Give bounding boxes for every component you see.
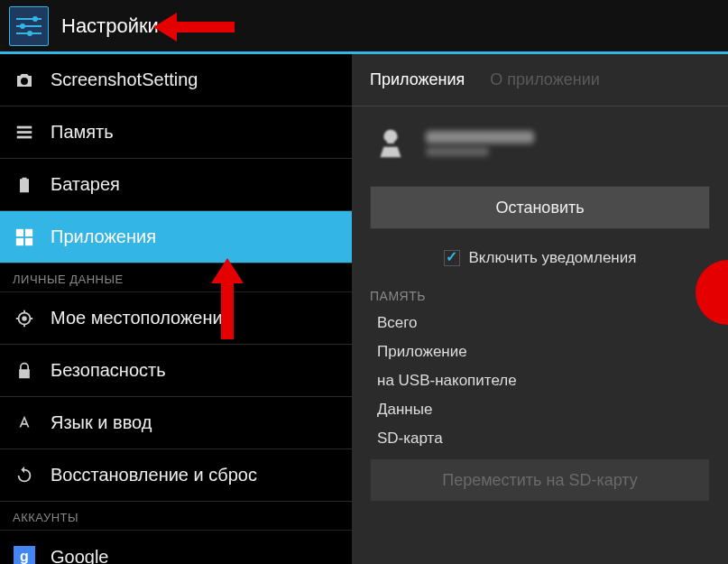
app-info-row xyxy=(352,106,728,180)
sidebar-item-label: ScreenshotSetting xyxy=(51,69,198,90)
svg-rect-8 xyxy=(25,237,32,245)
move-to-sd-button: Переместить на SD-карту xyxy=(370,458,710,502)
tab-about-app[interactable]: О приложении xyxy=(490,70,606,89)
checkbox-icon xyxy=(444,250,460,266)
detail-pane: Приложения О приложении Остановить Включ… xyxy=(352,54,728,564)
memory-row: Всего xyxy=(352,309,728,337)
section-accounts: АККАУНТЫ xyxy=(0,502,352,531)
memory-header: ПАМЯТЬ xyxy=(352,282,728,309)
sidebar-item-label: Батарея xyxy=(51,174,120,195)
tabs: Приложения О приложении xyxy=(352,54,728,106)
sidebar-item-label: Мое местоположение xyxy=(51,308,233,328)
app-icon xyxy=(370,123,411,164)
container: ScreenshotSetting Память Батарея Приложе… xyxy=(0,54,728,564)
section-personal: ЛИЧНЫЕ ДАННЫЕ xyxy=(0,264,352,292)
sidebar-item-label: Язык и ввод xyxy=(51,412,152,433)
notifications-row[interactable]: Включить уведомления xyxy=(352,238,728,282)
memory-row: Данные xyxy=(352,395,728,424)
sidebar-item-battery[interactable]: Батарея xyxy=(0,159,352,211)
location-icon xyxy=(13,307,36,330)
sidebar-item-screenshot[interactable]: ScreenshotSetting xyxy=(0,54,352,106)
memory-row: SD-карта xyxy=(352,424,728,453)
header: Настройки xyxy=(0,0,728,54)
sidebar-item-label: Приложения xyxy=(51,227,156,247)
memory-row: на USB-накопителе xyxy=(352,366,728,395)
sidebar-item-label: Google xyxy=(51,547,109,565)
sidebar-item-label: Безопасность xyxy=(51,360,166,381)
sidebar-item-memory[interactable]: Память xyxy=(0,106,352,159)
tab-apps[interactable]: Приложения xyxy=(370,70,472,89)
svg-point-9 xyxy=(22,316,27,321)
memory-row: Приложение xyxy=(352,337,728,366)
storage-icon xyxy=(13,121,36,144)
settings-icon xyxy=(9,6,49,46)
sidebar-item-security[interactable]: Безопасность xyxy=(0,345,352,397)
page-title: Настройки xyxy=(61,14,159,38)
sidebar-item-reset[interactable]: Восстановление и сброс xyxy=(0,449,352,502)
sidebar-item-apps[interactable]: Приложения xyxy=(0,211,352,264)
svg-rect-3 xyxy=(17,131,32,134)
sidebar-item-google[interactable]: g Google xyxy=(0,531,352,564)
svg-rect-7 xyxy=(16,237,23,245)
reset-icon xyxy=(13,464,36,487)
svg-rect-6 xyxy=(25,228,32,236)
notifications-label: Включить уведомления xyxy=(469,249,637,267)
stop-button[interactable]: Остановить xyxy=(370,186,710,229)
battery-icon xyxy=(13,173,36,197)
apps-icon xyxy=(13,226,36,249)
camera-icon xyxy=(13,69,36,92)
sidebar-item-language[interactable]: Язык и ввод xyxy=(0,397,352,449)
lock-icon xyxy=(13,359,36,383)
svg-rect-4 xyxy=(17,135,32,138)
google-icon: g xyxy=(13,545,36,564)
language-icon xyxy=(13,411,36,435)
svg-rect-5 xyxy=(16,228,23,236)
svg-rect-2 xyxy=(17,125,32,128)
app-name-block xyxy=(426,131,534,156)
sidebar-item-label: Восстановление и сброс xyxy=(51,465,257,485)
sidebar-item-label: Память xyxy=(51,122,114,143)
app-version-blurred xyxy=(426,147,489,156)
app-name-blurred xyxy=(426,131,534,143)
sidebar: ScreenshotSetting Память Батарея Приложе… xyxy=(0,54,352,564)
sidebar-item-location[interactable]: Мое местоположение xyxy=(0,292,352,345)
annotation-arrow-left xyxy=(153,9,235,45)
